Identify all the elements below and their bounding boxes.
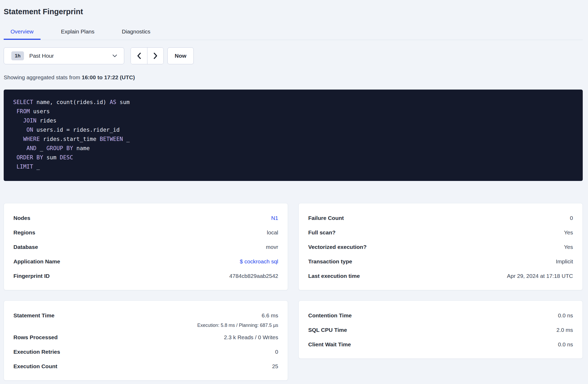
next-time-button[interactable]: [147, 48, 163, 64]
stat-label: Database: [13, 244, 38, 250]
time-step-buttons: [131, 47, 164, 64]
tab-explain-plans[interactable]: Explain Plans: [54, 24, 101, 40]
time-range-label: Past Hour: [29, 53, 54, 59]
stat-label: Rows Processed: [13, 334, 58, 341]
chevron-down-icon: [112, 54, 117, 57]
stat-value: 4784cb829aab2542: [229, 273, 278, 279]
stat-label: Full scan?: [308, 229, 336, 236]
stat-value: 2.0 ms: [556, 327, 573, 333]
summary-cards-grid: NodesN1RegionslocalDatabasemovrApplicati…: [4, 203, 583, 381]
stat-value: 0: [275, 349, 278, 355]
stat-label: Failure Count: [308, 215, 344, 221]
stat-row: Failure Count0: [308, 211, 573, 225]
chevron-left-icon: [137, 52, 141, 59]
stat-value: Implicit: [556, 258, 573, 265]
sql-line: ORDER BY sum DESC: [13, 153, 573, 162]
statement-timing-card: Statement Time6.6 msExecution: 5.8 ms / …: [4, 301, 288, 381]
stat-subvalue: Execution: 5.8 ms / Planning: 687.5 µs: [13, 323, 278, 330]
stat-value: Apr 29, 2024 at 17:18 UTC: [507, 273, 573, 279]
time-range-badge: 1h: [11, 51, 24, 60]
now-button[interactable]: Now: [167, 47, 194, 64]
time-controls: 1h Past Hour Now: [4, 47, 583, 64]
stat-label: Application Name: [13, 258, 60, 265]
stat-label: Client Wait Time: [308, 341, 351, 348]
wait-time-card: Contention Time0.0 nsSQL CPU Time2.0 msC…: [298, 301, 583, 359]
stat-label: Last execution time: [308, 273, 360, 279]
stat-value: 0.0 ns: [558, 312, 573, 319]
statement-details-card: NodesN1RegionslocalDatabasemovrApplicati…: [4, 203, 288, 290]
stat-row: Rows Processed2.3 k Reads / 0 Writes: [13, 330, 278, 344]
tab-overview[interactable]: Overview: [4, 24, 41, 40]
stat-value-link[interactable]: N1: [271, 215, 278, 221]
stat-value: local: [267, 229, 278, 236]
stat-row: NodesN1: [13, 211, 278, 225]
stat-value: Yes: [564, 244, 573, 250]
stat-label: Fingerprint ID: [13, 273, 50, 279]
stat-row: Contention Time0.0 ns: [308, 308, 573, 323]
stat-value-link[interactable]: $ cockroach sql: [240, 258, 278, 265]
stat-row: Execution Retries0: [13, 344, 278, 359]
sql-line: FROM users: [13, 107, 573, 116]
sql-line: JOIN rides: [13, 116, 573, 125]
prev-time-button[interactable]: [131, 48, 147, 64]
stat-label: Statement Time: [13, 312, 54, 319]
stat-label: Regions: [13, 229, 35, 236]
stat-value: 2.3 k Reads / 0 Writes: [224, 334, 278, 341]
stat-value: 6.6 ms: [262, 312, 278, 319]
stat-row: Execution Count25: [13, 359, 278, 373]
stat-value: 25: [272, 363, 278, 370]
stat-value: 0.0 ns: [558, 341, 573, 348]
tab-bar: Overview Explain Plans Diagnostics: [4, 24, 583, 40]
stat-label: Vectorized execution?: [308, 244, 367, 250]
stat-row: Vectorized execution?Yes: [308, 240, 573, 254]
stat-row: Databasemovr: [13, 240, 278, 254]
execution-attributes-card: Failure Count0Full scan?YesVectorized ex…: [298, 203, 583, 290]
stat-value: movr: [266, 244, 278, 250]
sql-line: ON users.id = rides.rider_id: [13, 125, 573, 135]
sql-line: LIMIT _: [13, 162, 573, 171]
stat-row: Fingerprint ID4784cb829aab2542: [13, 269, 278, 283]
tab-diagnostics[interactable]: Diagnostics: [115, 24, 157, 40]
stat-value: 0: [570, 215, 573, 221]
stat-row: Transaction typeImplicit: [308, 254, 573, 269]
stat-label: Contention Time: [308, 312, 352, 319]
stat-row: Last execution timeApr 29, 2024 at 17:18…: [308, 269, 573, 283]
stat-row: SQL CPU Time2.0 ms: [308, 323, 573, 337]
stat-value: Yes: [564, 229, 573, 236]
stat-row: Statement Time6.6 ms: [13, 308, 278, 323]
stat-row: Full scan?Yes: [308, 225, 573, 240]
statement-fingerprint-page: Statement Fingerprint Overview Explain P…: [0, 7, 588, 384]
stat-row: Application Name$ cockroach sql: [13, 254, 278, 269]
stat-label: Execution Count: [13, 363, 57, 370]
aggregated-stats-range: 16:00 to 17:22 (UTC): [82, 74, 135, 80]
chevron-right-icon: [153, 52, 158, 59]
aggregated-stats-prefix: Showing aggregated stats from: [4, 74, 82, 80]
aggregated-stats-line: Showing aggregated stats from 16:00 to 1…: [4, 74, 583, 81]
sql-line: SELECT name, count(rides.id) AS sum: [13, 98, 573, 107]
stat-label: Transaction type: [308, 258, 352, 265]
sql-line: WHERE rides.start_time BETWEEN _: [13, 135, 573, 144]
sql-statement-box: SELECT name, count(rides.id) AS sum FROM…: [4, 90, 583, 181]
stat-label: Nodes: [13, 215, 30, 221]
stat-row: Client Wait Time0.0 ns: [308, 337, 573, 352]
page-title: Statement Fingerprint: [4, 7, 583, 16]
time-range-select[interactable]: 1h Past Hour: [4, 47, 124, 64]
sql-line: AND _ GROUP BY name: [13, 144, 573, 153]
stat-row: Regionslocal: [13, 225, 278, 240]
stat-label: SQL CPU Time: [308, 327, 347, 333]
stat-label: Execution Retries: [13, 349, 60, 355]
